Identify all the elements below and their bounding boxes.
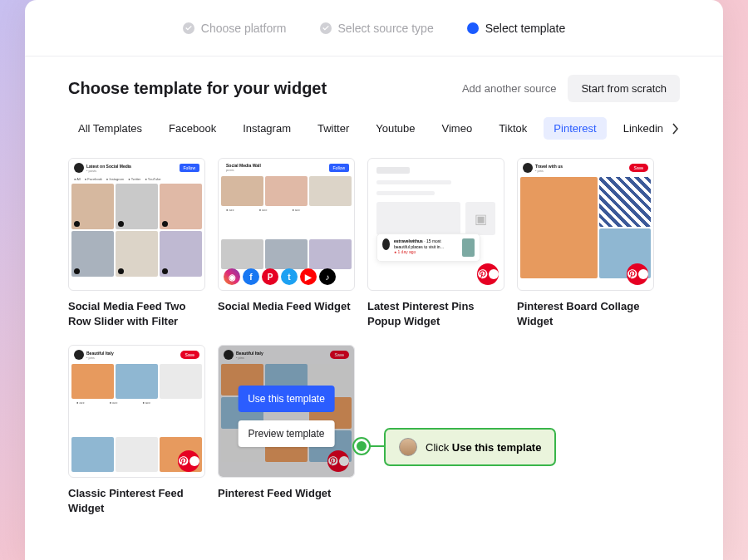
template-card[interactable]: ▣ estravelwithus · 15 most beautiful pla… (367, 158, 504, 328)
template-title: Pinterest Feed Widget (218, 486, 355, 501)
step-select-source-type[interactable]: Select source type (320, 22, 434, 35)
template-card[interactable]: Beautiful Italy• pinsSave ● acc● acc● ac… (68, 345, 205, 515)
tab-facebook[interactable]: Facebook (159, 117, 226, 140)
heading-row: Choose template for your widget Add anot… (68, 75, 680, 102)
stepper: Choose platform Select source type Selec… (25, 0, 723, 56)
step-label: Select template (485, 22, 566, 35)
check-icon (320, 22, 332, 34)
tab-twitter[interactable]: Twitter (308, 117, 359, 140)
template-title: Pinterest Board Collage Widget (517, 299, 654, 328)
social-icons-row: ◉ f P t ▶ ♪ (224, 268, 336, 285)
tutorial-connector (370, 445, 385, 447)
template-title: Social Media Feed Two Row Slider with Fi… (68, 299, 205, 328)
instagram-icon: ◉ (224, 268, 240, 285)
template-grid: Latest on Social Media• posts Follow ● A… (68, 158, 680, 515)
tabs-scroll-right[interactable] (660, 117, 680, 140)
tiktok-icon: ♪ (319, 268, 336, 285)
template-thumbnail: Social Media WallpostsFollow ● acc● acc●… (218, 158, 355, 291)
pinterest-icon (327, 450, 349, 472)
tooltip-text: Click Use this template (426, 441, 541, 454)
header-actions: Add another source Start from scratch (462, 75, 680, 102)
tutorial-cursor-icon (354, 439, 369, 454)
avatar-icon (399, 438, 417, 456)
step-label: Select source type (338, 22, 434, 35)
tab-youtube[interactable]: Youtube (366, 117, 425, 140)
tab-all-templates[interactable]: All Templates (68, 117, 152, 140)
template-thumbnail: Beautiful Italy• pinsSave Use this templ… (218, 345, 355, 478)
template-card[interactable]: Beautiful Italy• pinsSave Use this templ… (218, 345, 355, 515)
tab-pinterest[interactable]: Pinterest (544, 117, 606, 140)
pinterest-icon: P (262, 268, 278, 285)
template-thumbnail: ▣ estravelwithus · 15 most beautiful pla… (367, 158, 504, 291)
add-source-link[interactable]: Add another source (462, 82, 556, 95)
template-title: Latest Pinterest Pins Popup Widget (367, 299, 504, 328)
tab-vimeo[interactable]: Vimeo (432, 117, 483, 140)
check-icon (183, 22, 194, 34)
tutorial-tooltip: Click Use this template (384, 428, 556, 466)
start-from-scratch-button[interactable]: Start from scratch (568, 75, 680, 102)
step-choose-platform[interactable]: Choose platform (183, 22, 287, 35)
step-label: Choose platform (201, 22, 287, 35)
template-card[interactable]: Social Media WallpostsFollow ● acc● acc●… (218, 158, 355, 328)
preview-template-button[interactable]: Preview template (238, 420, 334, 447)
use-template-button[interactable]: Use this template (238, 386, 335, 412)
pinterest-icon (627, 263, 648, 285)
twitter-icon: t (281, 268, 298, 285)
active-dot-icon (467, 22, 479, 34)
template-card[interactable]: Latest on Social Media• posts Follow ● A… (68, 158, 205, 328)
app-card: Choose platform Select source type Selec… (25, 0, 723, 560)
template-card[interactable]: Travel with us• pinsSave Pinterest Board… (517, 158, 654, 328)
template-thumbnail: Latest on Social Media• posts Follow ● A… (68, 158, 205, 291)
pinterest-icon (178, 450, 199, 472)
facebook-icon: f (243, 268, 259, 285)
template-title: Classic Pinterest Feed Widget (68, 486, 205, 515)
tab-instagram[interactable]: Instagram (233, 117, 301, 140)
category-tabs: All Templates Facebook Instagram Twitter… (68, 117, 680, 140)
youtube-icon: ▶ (300, 268, 317, 285)
pinterest-icon (477, 263, 499, 285)
step-select-template[interactable]: Select template (467, 22, 566, 35)
template-thumbnail: Beautiful Italy• pinsSave ● acc● acc● ac… (68, 345, 205, 478)
page-title: Choose template for your widget (68, 79, 327, 98)
template-title: Social Media Feed Widget (218, 299, 355, 314)
chevron-right-icon (672, 123, 680, 135)
template-thumbnail: Travel with us• pinsSave (517, 158, 654, 291)
tab-tiktok[interactable]: Tiktok (489, 117, 537, 140)
